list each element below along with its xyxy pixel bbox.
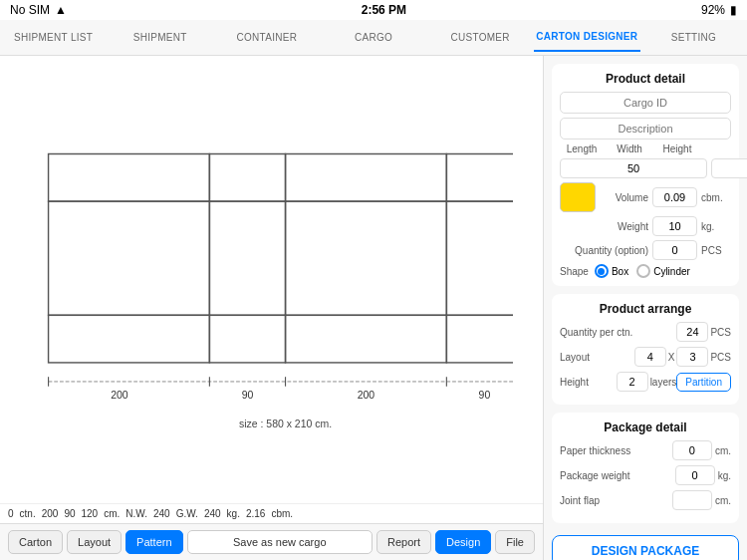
svg-text:90: 90	[242, 390, 254, 401]
height-layers-input[interactable]	[617, 372, 648, 392]
qty-per-ctn-row: Quantity per ctn. PCS	[560, 322, 731, 342]
paper-thickness-input[interactable]	[672, 440, 712, 460]
qty-per-ctn-input[interactable]	[676, 322, 708, 342]
product-arrange-card: Product arrange Quantity per ctn. PCS La…	[552, 294, 739, 405]
tab-customer[interactable]: CUSTOMER	[427, 24, 534, 51]
svg-rect-3	[446, 153, 513, 201]
tab-container[interactable]: CONTAINER	[213, 24, 320, 51]
carton-button[interactable]: Carton	[8, 530, 63, 554]
qty-per-ctn-label: Quantity per ctn.	[560, 327, 676, 338]
x-label: X	[668, 352, 675, 363]
report-button[interactable]: Report	[376, 530, 431, 554]
shape-cylinder-option[interactable]: Cylinder	[636, 264, 690, 278]
layout-x-input[interactable]	[634, 347, 666, 367]
stat-120: 120	[82, 508, 99, 519]
svg-rect-2	[286, 153, 447, 201]
stat-gw-val: 240	[204, 508, 221, 519]
svg-rect-6	[286, 201, 447, 315]
volume-label: Volume	[600, 192, 648, 203]
design-button[interactable]: Design	[435, 530, 491, 554]
box-label: Box	[612, 266, 628, 277]
stats-bar: 0 ctn. 200 90 120 cm. N.W. 240 G.W. 240 …	[0, 503, 543, 523]
dim-headers: Length Width Height	[560, 143, 731, 154]
width-input[interactable]	[711, 158, 747, 178]
package-weight-unit: kg.	[718, 470, 731, 481]
volume-unit: cbm.	[701, 192, 731, 203]
nav-tabs: SHIPMENT LIST SHIPMENT CONTAINER CARGO C…	[0, 20, 747, 56]
stat-200: 200	[42, 508, 59, 519]
package-detail-card: Package detail Paper thickness cm. Packa…	[552, 413, 739, 523]
svg-rect-4	[49, 201, 210, 315]
layout-button[interactable]: Layout	[67, 530, 122, 554]
height-header: Height	[655, 143, 699, 154]
cargo-id-input[interactable]	[560, 92, 731, 114]
stat-gw-label: G.W.	[176, 508, 198, 519]
svg-rect-7	[446, 201, 513, 315]
stat-90: 90	[64, 508, 75, 519]
main-layout: 45 120 45 200 90 200	[0, 56, 747, 560]
layers-unit: layers	[650, 377, 677, 388]
length-input[interactable]	[560, 158, 707, 178]
stat-cbm-val: 2.16	[246, 508, 265, 519]
stat-nw-label: N.W.	[125, 508, 147, 519]
stat-cbm-label: cbm.	[271, 508, 293, 519]
stat-kg-label: kg.	[227, 508, 240, 519]
box-radio[interactable]	[595, 264, 609, 278]
status-right: 92% ▮	[701, 3, 737, 17]
package-weight-input[interactable]	[675, 465, 715, 485]
cylinder-label: Cylinder	[653, 266, 690, 277]
button-row: Carton Layout Pattern Save as new cargo …	[0, 523, 543, 560]
qty-per-ctn-unit: PCS	[710, 327, 731, 338]
dim-values: cm.	[560, 158, 731, 178]
package-detail-title: Package detail	[560, 420, 731, 434]
svg-text:size : 580 x 210 cm.: size : 580 x 210 cm.	[239, 419, 332, 429]
tab-cargo[interactable]: CARGO	[320, 24, 426, 51]
paper-thickness-unit: cm.	[715, 445, 731, 456]
cylinder-radio[interactable]	[636, 264, 650, 278]
wifi-icon: ▲	[55, 3, 67, 17]
paper-thickness-label: Paper thickness	[560, 445, 672, 456]
drawing-wrapper: 45 120 45 200 90 200	[0, 56, 543, 503]
svg-rect-10	[286, 315, 447, 363]
quantity-input[interactable]	[652, 240, 697, 260]
tab-shipment-list[interactable]: SHIPMENT LIST	[0, 24, 107, 51]
tab-shipment[interactable]: SHIPMENT	[107, 24, 213, 51]
quantity-label: Quantity (option)	[560, 245, 648, 256]
partition-button[interactable]: Partition	[676, 373, 731, 392]
design-package-button[interactable]: DESIGN PACKAGE	[552, 535, 739, 560]
stat-ctn-label: ctn.	[20, 508, 36, 519]
layout-y-input[interactable]	[676, 347, 708, 367]
svg-text:200: 200	[111, 390, 128, 401]
description-input[interactable]	[560, 118, 731, 140]
layout-row: Layout X PCS	[560, 347, 731, 367]
width-header: Width	[608, 143, 651, 154]
package-weight-label: Package weight	[560, 470, 675, 481]
svg-text:90: 90	[479, 390, 491, 401]
canvas-area: 45 120 45 200 90 200	[0, 56, 543, 560]
status-left: No SIM ▲	[10, 3, 67, 17]
length-header: Length	[560, 143, 604, 154]
color-swatch[interactable]	[560, 182, 596, 212]
shape-box-option[interactable]: Box	[595, 264, 628, 278]
tab-carton-designer[interactable]: CARTON DESIGNER	[534, 23, 640, 52]
battery-label: 92%	[701, 3, 725, 17]
product-detail-card: Product detail Length Width Height cm. V…	[552, 64, 739, 286]
weight-input[interactable]	[652, 216, 697, 236]
stat-nw-val: 240	[153, 508, 170, 519]
joint-flap-input[interactable]	[672, 490, 712, 510]
layout-label: Layout	[560, 352, 634, 363]
battery-icon: ▮	[730, 3, 737, 17]
stat-cm-label: cm.	[104, 508, 120, 519]
shape-row: Shape Box Cylinder	[560, 264, 731, 278]
shape-radio-group: Box Cylinder	[595, 264, 690, 278]
pattern-button[interactable]: Pattern	[125, 530, 182, 554]
stat-ctn-val: 0	[8, 508, 14, 519]
volume-input[interactable]	[652, 187, 697, 207]
tab-setting[interactable]: SETTING	[640, 24, 747, 51]
save-as-new-cargo-button[interactable]: Save as new cargo	[187, 530, 373, 554]
svg-rect-5	[209, 201, 285, 315]
weight-label: Weight	[600, 221, 648, 232]
svg-rect-8	[49, 315, 210, 363]
status-bar: No SIM ▲ 2:56 PM 92% ▮	[0, 0, 747, 20]
file-button[interactable]: File	[495, 530, 535, 554]
